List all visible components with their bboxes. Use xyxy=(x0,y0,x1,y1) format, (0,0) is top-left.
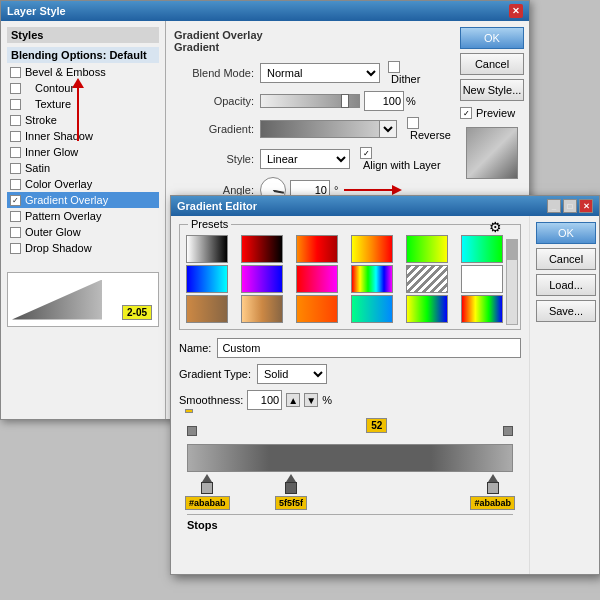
smoothness-row: Smoothness: ▲ ▼ % xyxy=(179,390,521,410)
blend-mode-label: Blend Mode: xyxy=(174,67,254,79)
smoothness-label: Smoothness: xyxy=(179,394,243,406)
preset-item[interactable] xyxy=(406,295,448,323)
preset-item[interactable] xyxy=(461,295,503,323)
sidebar-item-inner-shadow[interactable]: Inner Shadow xyxy=(7,128,159,144)
name-label: Name: xyxy=(179,342,211,354)
sidebar-item-label: Blending Options: Default xyxy=(11,49,147,61)
smoothness-step-up[interactable]: ▲ xyxy=(286,393,300,407)
sidebar-item-blending[interactable]: Blending Options: Default xyxy=(7,47,159,63)
preview-thumbnail xyxy=(466,127,518,179)
preview-checkbox[interactable] xyxy=(460,107,472,119)
opacity-stops-row: 52 xyxy=(187,420,513,442)
stop-52-label: 52 xyxy=(366,418,387,433)
dither-label: Dither xyxy=(391,73,420,85)
ok-button[interactable]: OK xyxy=(460,27,524,49)
dither-checkbox[interactable] xyxy=(388,61,400,73)
gradient-bar-container: 52 #ababab 5f5f5f xyxy=(187,420,513,531)
opacity-slider[interactable] xyxy=(260,94,360,108)
preview-badge: 2-05 xyxy=(122,305,152,320)
gradient-overlay-checkbox[interactable] xyxy=(10,195,21,206)
inner-glow-checkbox[interactable] xyxy=(10,147,21,158)
ge-load-button[interactable]: Load... xyxy=(536,274,596,296)
sidebar-item-outer-glow[interactable]: Outer Glow xyxy=(7,224,159,240)
preset-item[interactable] xyxy=(296,235,338,263)
ge-ok-button[interactable]: OK xyxy=(536,222,596,244)
sidebar-item-color-overlay[interactable]: Color Overlay xyxy=(7,176,159,192)
preset-item[interactable] xyxy=(296,265,338,293)
align-layer-checkbox[interactable] xyxy=(360,147,372,159)
opacity-label: Opacity: xyxy=(174,95,254,107)
sidebar-item-inner-glow[interactable]: Inner Glow xyxy=(7,144,159,160)
gear-icon[interactable]: ⚙ xyxy=(489,219,502,235)
presets-scrollbar[interactable] xyxy=(506,239,518,325)
scrollbar-thumb xyxy=(507,240,517,260)
contour-checkbox[interactable] xyxy=(10,83,21,94)
preset-item[interactable] xyxy=(461,235,503,263)
sidebar-item-drop-shadow[interactable]: Drop Shadow xyxy=(7,240,159,256)
preset-item[interactable] xyxy=(241,295,283,323)
minimize-icon[interactable]: _ xyxy=(547,199,561,213)
sidebar-item-satin[interactable]: Satin xyxy=(7,160,159,176)
bevel-checkbox[interactable] xyxy=(10,67,21,78)
preset-item[interactable] xyxy=(351,265,393,293)
preset-item[interactable] xyxy=(406,235,448,263)
style-select[interactable]: Linear xyxy=(260,149,350,169)
gradient-bar-main[interactable] xyxy=(187,444,513,472)
preset-item[interactable] xyxy=(406,265,448,293)
ge-save-button[interactable]: Save... xyxy=(536,300,596,322)
opacity-stop-label xyxy=(185,409,193,413)
name-input[interactable] xyxy=(217,338,521,358)
opacity-input[interactable] xyxy=(364,91,404,111)
name-row: Name: xyxy=(179,338,521,358)
satin-checkbox[interactable] xyxy=(10,163,21,174)
color-overlay-checkbox[interactable] xyxy=(10,179,21,190)
pattern-overlay-checkbox[interactable] xyxy=(10,211,21,222)
cancel-button[interactable]: Cancel xyxy=(460,53,524,75)
gradient-dropdown[interactable] xyxy=(379,120,397,138)
preset-item[interactable] xyxy=(461,265,503,293)
inner-shadow-checkbox[interactable] xyxy=(10,131,21,142)
sidebar-item-gradient-overlay[interactable]: Gradient Overlay xyxy=(7,192,159,208)
stop-right-label: #ababab xyxy=(470,496,515,510)
color-stop-middle[interactable]: 5f5f5f xyxy=(275,474,307,510)
reverse-checkbox[interactable] xyxy=(407,117,419,129)
preset-item[interactable] xyxy=(351,235,393,263)
preset-item[interactable] xyxy=(241,235,283,263)
sidebar-item-pattern-overlay[interactable]: Pattern Overlay xyxy=(7,208,159,224)
stop-middle-label: 5f5f5f xyxy=(275,496,307,510)
presets-grid xyxy=(186,235,514,323)
smoothness-step-down[interactable]: ▼ xyxy=(304,393,318,407)
preset-item[interactable] xyxy=(186,295,228,323)
new-style-button[interactable]: New Style... xyxy=(460,79,524,101)
smoothness-input[interactable] xyxy=(247,390,282,410)
preview-label: Preview xyxy=(476,107,515,119)
sidebar-item-texture[interactable]: Texture xyxy=(7,96,159,112)
preset-item[interactable] xyxy=(186,265,228,293)
opacity-stop-right[interactable] xyxy=(503,426,513,436)
texture-checkbox[interactable] xyxy=(10,99,21,110)
stops-section-label: Stops xyxy=(187,514,513,531)
color-stops-row: #ababab 5f5f5f #ababab xyxy=(187,474,513,510)
opacity-stop-left[interactable] xyxy=(187,426,197,436)
layer-style-title: Layer Style xyxy=(7,5,66,17)
gradient-type-row: Gradient Type: Solid xyxy=(179,364,521,384)
preset-item[interactable] xyxy=(296,295,338,323)
layer-style-titlebar: Layer Style ✕ xyxy=(1,1,529,21)
ge-cancel-button[interactable]: Cancel xyxy=(536,248,596,270)
preset-item[interactable] xyxy=(241,265,283,293)
maximize-icon[interactable]: □ xyxy=(563,199,577,213)
preview-area: 2-05 xyxy=(7,272,159,327)
gradient-type-select[interactable]: Solid xyxy=(257,364,327,384)
color-stop-left[interactable]: #ababab xyxy=(185,474,230,510)
close-icon[interactable]: ✕ xyxy=(579,199,593,213)
color-stop-right[interactable]: #ababab xyxy=(470,474,515,510)
close-icon[interactable]: ✕ xyxy=(509,4,523,18)
sidebar-item-stroke[interactable]: Stroke xyxy=(7,112,159,128)
blend-mode-select[interactable]: Normal xyxy=(260,63,380,83)
drop-shadow-checkbox[interactable] xyxy=(10,243,21,254)
outer-glow-checkbox[interactable] xyxy=(10,227,21,238)
preset-item[interactable] xyxy=(351,295,393,323)
gradient-preview[interactable] xyxy=(260,120,380,138)
stroke-checkbox[interactable] xyxy=(10,115,21,126)
preset-item[interactable] xyxy=(186,235,228,263)
